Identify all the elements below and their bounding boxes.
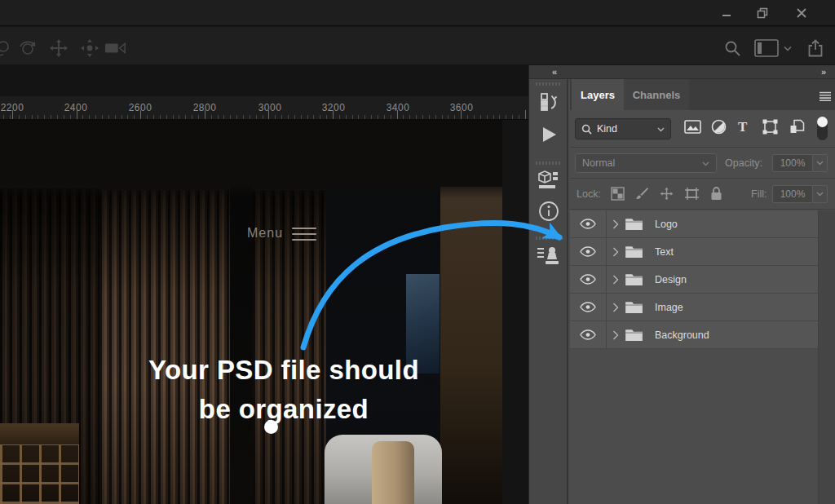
edge-tool-partial-icon[interactable]: [0, 38, 13, 58]
group-expand-chevron-icon[interactable]: [612, 219, 619, 229]
caption-line-2: be organized: [33, 390, 535, 429]
minimize-button[interactable]: [714, 5, 739, 21]
wood-wall-right: [440, 187, 502, 504]
panel-menu-icon[interactable]: [820, 90, 831, 104]
row-divider: [606, 210, 607, 238]
fill-value-field[interactable]: 100%: [772, 185, 813, 203]
info-panel-icon[interactable]: [534, 198, 563, 224]
video-camera-tool-icon[interactable]: [104, 38, 127, 58]
layer-row-text[interactable]: Text: [570, 238, 818, 266]
lock-row: Lock:: [570, 179, 835, 210]
options-toolbar: [0, 27, 835, 65]
fill-dropdown-button[interactable]: [813, 185, 828, 203]
restore-button[interactable]: [750, 5, 775, 21]
row-divider: [606, 266, 607, 294]
fill-label: Fill:: [751, 188, 767, 200]
ruler-tick-label: 2400: [56, 102, 95, 113]
pan-camera-tool-icon[interactable]: [47, 38, 70, 58]
layers-panel: Layers Channels Kind: [570, 79, 835, 504]
layer-row-design[interactable]: Design: [570, 266, 818, 294]
group-folder-icon: [625, 300, 643, 314]
lock-position-icon[interactable]: [660, 187, 674, 201]
group-expand-chevron-icon[interactable]: [612, 330, 619, 340]
wine-rack: [0, 444, 79, 504]
lock-artboard-icon[interactable]: [684, 187, 700, 201]
filter-shape-layers-icon[interactable]: [762, 119, 778, 135]
filter-kind-dropdown[interactable]: Kind: [575, 118, 671, 139]
search-icon: [581, 124, 592, 135]
tutorial-caption: Your PSD file should be organized: [33, 351, 535, 429]
layer-name[interactable]: Design: [655, 274, 687, 285]
opacity-value-field[interactable]: 100%: [772, 154, 813, 172]
filter-pixel-layers-icon[interactable]: [684, 120, 701, 134]
ruler-tick-label: 3000: [250, 102, 289, 113]
group-folder-icon: [625, 328, 643, 342]
tool-presets-panel-icon[interactable]: [534, 242, 563, 268]
tab-layers[interactable]: Layers: [572, 79, 624, 110]
fill-value: 100%: [780, 188, 806, 200]
opacity-label: Opacity:: [725, 157, 762, 169]
actions-panel-icon[interactable]: [534, 122, 563, 148]
group-folder-icon: [625, 272, 643, 286]
panel-group-grip[interactable]: [536, 82, 562, 86]
layer-name[interactable]: Background: [655, 329, 709, 341]
panel-tabbar: Layers Channels: [570, 79, 835, 110]
layer-row-logo[interactable]: Logo: [570, 210, 818, 238]
visibility-eye-icon[interactable]: [570, 329, 606, 340]
share-icon[interactable]: [804, 38, 827, 58]
close-button[interactable]: [789, 5, 814, 21]
layer-row-image[interactable]: Image: [570, 294, 818, 321]
tab-channels[interactable]: Channels: [624, 79, 689, 110]
ruler-tick-label: 2600: [121, 102, 160, 113]
layer-name[interactable]: Logo: [655, 219, 678, 230]
visibility-eye-icon[interactable]: [570, 302, 606, 312]
3d-panel-icon[interactable]: [534, 167, 563, 193]
layer-filter-row: Kind T: [570, 110, 835, 148]
opacity-dropdown-button[interactable]: [813, 154, 828, 172]
panel-group-grip[interactable]: [536, 237, 562, 240]
visibility-eye-icon[interactable]: [570, 246, 606, 257]
filter-smart-objects-icon[interactable]: [789, 119, 805, 135]
group-expand-chevron-icon[interactable]: [612, 275, 619, 285]
horizontal-ruler: 2200 2400 2600 2800 3000 3200 3400 3600: [0, 96, 528, 120]
workspace-switcher-icon[interactable]: [752, 38, 781, 58]
tab-channels-label: Channels: [633, 89, 681, 101]
caption-line-1: Your PSD file should: [33, 351, 535, 390]
rotate-view-tool-icon[interactable]: [16, 38, 39, 58]
ruler-tick-label: 2800: [185, 102, 224, 113]
layer-name[interactable]: Text: [655, 246, 674, 258]
filter-type-layers-icon[interactable]: T: [738, 119, 747, 135]
history-panel-icon[interactable]: [534, 89, 563, 115]
blend-mode-value: Normal: [582, 157, 615, 169]
workspace-chevron-down-icon[interactable]: [781, 38, 794, 58]
visibility-eye-icon[interactable]: [570, 219, 606, 229]
orbit-camera-tool-icon[interactable]: [78, 38, 101, 58]
layer-name[interactable]: Image: [655, 302, 683, 313]
expand-panels-icon[interactable]: »: [821, 67, 826, 77]
lock-pixels-brush-icon[interactable]: [635, 187, 649, 201]
document-canvas-image[interactable]: Menu: [0, 120, 502, 504]
collapsed-panels-strip: [529, 79, 568, 504]
lock-transparency-icon[interactable]: [611, 187, 625, 201]
group-expand-chevron-icon[interactable]: [612, 247, 619, 257]
row-divider: [606, 294, 607, 321]
layer-row-background[interactable]: Background: [570, 321, 818, 349]
ruler-tick-label: 3600: [442, 102, 481, 113]
filter-toggle-switch[interactable]: [817, 117, 828, 140]
ruler-tick-label: 2200: [0, 102, 32, 113]
filter-adjustment-layers-icon[interactable]: [711, 119, 727, 135]
collapse-panels-icon[interactable]: «: [552, 67, 557, 77]
search-icon[interactable]: [721, 38, 744, 58]
tab-layers-label: Layers: [581, 89, 615, 101]
right-panel-dock: « »: [528, 65, 835, 504]
layers-scrollbar-track[interactable]: [818, 210, 835, 504]
chevron-down-icon: [702, 157, 709, 169]
vase: [372, 441, 414, 504]
wood-slat-panel: [99, 190, 230, 504]
blend-mode-dropdown[interactable]: Normal: [575, 153, 717, 173]
visibility-eye-icon[interactable]: [570, 274, 606, 285]
group-expand-chevron-icon[interactable]: [612, 303, 619, 312]
row-divider: [606, 321, 607, 349]
lock-all-padlock-icon[interactable]: [710, 186, 722, 201]
panel-group-grip[interactable]: [536, 161, 562, 165]
